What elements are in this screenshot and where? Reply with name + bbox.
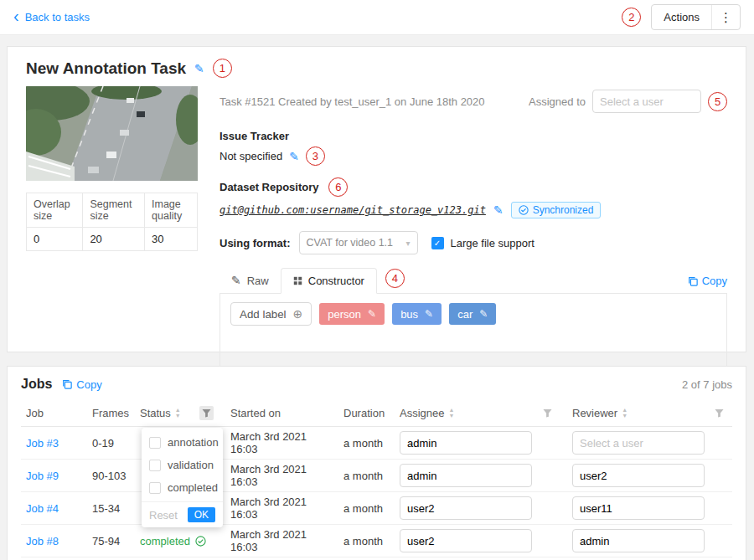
plus-circle-icon: ⊕ — [293, 307, 303, 321]
label-tag-person[interactable]: person ✎ — [319, 303, 385, 325]
copy-jobs-link[interactable]: Copy — [62, 378, 101, 391]
task-detail-card: New Annotation Task ✎ 1 — [7, 46, 746, 352]
back-to-tasks-link[interactable]: ‹ Back to tasks — [13, 10, 90, 24]
job-link[interactable]: Job #4 — [26, 502, 59, 515]
edit-label-icon[interactable]: ✎ — [425, 308, 433, 320]
annotation-circle-3: 3 — [306, 146, 325, 166]
header-frames: Frames — [92, 407, 140, 419]
header-started: Started on — [230, 407, 343, 419]
status-text: completed — [140, 535, 190, 547]
filter-option-annotation[interactable]: annotation — [142, 431, 223, 454]
tab-raw[interactable]: ✎ Raw — [219, 268, 281, 293]
checkbox-unchecked-icon[interactable] — [149, 460, 161, 471]
issue-tracker-label: Issue Tracker — [219, 130, 727, 142]
format-label: Using format: — [219, 237, 291, 249]
sort-icon[interactable]: ▲▼ — [175, 408, 181, 419]
format-select[interactable]: CVAT for video 1.1 ▾ — [299, 231, 418, 254]
copy-jobs-label: Copy — [76, 378, 101, 391]
copy-icon — [688, 276, 698, 286]
topbar-right: 2 Actions ⋮ — [622, 4, 741, 30]
jobs-header: Jobs Copy 2 of 7 jobs — [21, 377, 732, 392]
task-left-column: Overlap size Segment size Image quality … — [26, 86, 198, 388]
header-assignee: Assignee ▲▼ — [400, 407, 572, 419]
topbar: ‹ Back to tasks 2 Actions ⋮ — [0, 0, 754, 35]
param-header-segment: Segment size — [83, 193, 145, 228]
sync-status-label: Synchronized — [533, 204, 594, 216]
jobs-table: Job Frames Status ▲▼ Started on Duration… — [21, 400, 732, 557]
checkbox-unchecked-icon[interactable] — [149, 437, 161, 449]
edit-title-icon[interactable]: ✎ — [194, 62, 204, 75]
edit-label-icon[interactable]: ✎ — [479, 308, 488, 320]
filter-option-label: validation — [168, 459, 214, 471]
actions-button[interactable]: Actions ⋮ — [651, 4, 741, 30]
assignee-input[interactable] — [400, 464, 532, 487]
status-filter-dropdown: annotation validation completed Reset OK — [142, 428, 223, 527]
filter-option-completed[interactable]: completed — [142, 476, 223, 499]
issue-tracker-value: Not specified — [219, 150, 282, 162]
label-tag-car-text: car — [457, 308, 473, 321]
duration-cell: a month — [343, 437, 400, 450]
edit-label-icon[interactable]: ✎ — [368, 308, 376, 320]
header-status-label: Status — [140, 407, 171, 419]
copy-labels-link[interactable]: Copy — [688, 275, 727, 293]
checkbox-checked-icon[interactable]: ✓ — [431, 237, 444, 249]
check-circle-icon — [519, 205, 529, 215]
label-tag-bus[interactable]: bus ✎ — [392, 303, 442, 325]
assigned-to-input[interactable] — [592, 90, 701, 113]
assignee-input[interactable] — [400, 496, 532, 520]
job-link[interactable]: Job #3 — [26, 437, 59, 450]
format-selected-value: CVAT for video 1.1 — [307, 237, 394, 249]
large-file-support-label: Large file support — [451, 237, 535, 249]
sort-icon[interactable]: ▲▼ — [622, 408, 627, 419]
annotation-circle-4: 4 — [385, 269, 405, 288]
header-duration: Duration — [343, 407, 400, 419]
annotation-circle-5: 5 — [708, 92, 727, 111]
label-tag-car[interactable]: car ✎ — [449, 303, 496, 325]
status-filter-icon[interactable] — [199, 406, 214, 420]
large-file-checkbox-group[interactable]: ✓ Large file support — [431, 237, 535, 249]
filter-option-validation[interactable]: validation — [142, 454, 223, 476]
job-link[interactable]: Job #8 — [26, 535, 59, 547]
frames-cell: 75-94 — [92, 535, 140, 547]
page-title: New Annotation Task — [26, 59, 186, 78]
jobs-card: Jobs Copy 2 of 7 jobs Job Frames Status … — [7, 366, 746, 560]
assigned-to-label: Assigned to — [529, 95, 586, 108]
filter-reset-button[interactable]: Reset — [149, 509, 178, 521]
edit-repository-icon[interactable]: ✎ — [493, 203, 504, 217]
add-label-text: Add label — [240, 308, 287, 321]
param-value-quality: 30 — [145, 228, 198, 251]
reviewer-input[interactable] — [572, 464, 705, 487]
assignee-filter-icon[interactable] — [543, 408, 552, 418]
sort-icon[interactable]: ▲▼ — [448, 408, 454, 419]
check-circle-icon — [195, 536, 206, 547]
header-reviewer-label: Reviewer — [572, 407, 617, 419]
issue-tracker-block: Issue Tracker Not specified ✎ 3 — [219, 130, 727, 166]
dataset-repository-block: Dataset Repository 6 git@github.com:user… — [219, 177, 727, 218]
task-preview-image — [26, 86, 198, 181]
started-cell: March 3rd 2021 16:03 — [230, 463, 343, 488]
reviewer-input[interactable] — [572, 529, 705, 552]
labels-tabs: ✎ Raw Constructor 4 — [219, 268, 727, 293]
tab-constructor[interactable]: Constructor — [281, 268, 377, 294]
reviewer-input[interactable] — [572, 496, 705, 520]
filter-ok-button[interactable]: OK — [188, 507, 215, 522]
jobs-title: Jobs — [21, 377, 52, 392]
assignee-input[interactable] — [400, 529, 532, 552]
repository-url[interactable]: git@github.com:username/git_storage_v123… — [219, 204, 486, 216]
back-chevron-icon: ‹ — [13, 8, 19, 24]
param-value-segment: 20 — [83, 228, 145, 251]
jobs-count: 2 of 7 jobs — [682, 378, 732, 391]
assignee-input[interactable] — [400, 431, 532, 455]
copy-icon — [62, 379, 72, 389]
annotation-circle-2: 2 — [622, 8, 641, 27]
table-row: Job #8 75-94 completed March 3rd 2021 16… — [21, 525, 732, 557]
format-row: Using format: CVAT for video 1.1 ▾ ✓ Lar… — [219, 231, 727, 254]
edit-issue-tracker-icon[interactable]: ✎ — [289, 150, 299, 163]
add-label-button[interactable]: Add label ⊕ — [230, 302, 312, 326]
job-link[interactable]: Job #9 — [26, 470, 59, 482]
reviewer-input[interactable] — [572, 431, 705, 455]
reviewer-filter-icon[interactable] — [715, 408, 724, 418]
back-label: Back to tasks — [25, 11, 90, 23]
checkbox-unchecked-icon[interactable] — [149, 482, 161, 494]
frames-cell: 15-34 — [92, 502, 140, 515]
